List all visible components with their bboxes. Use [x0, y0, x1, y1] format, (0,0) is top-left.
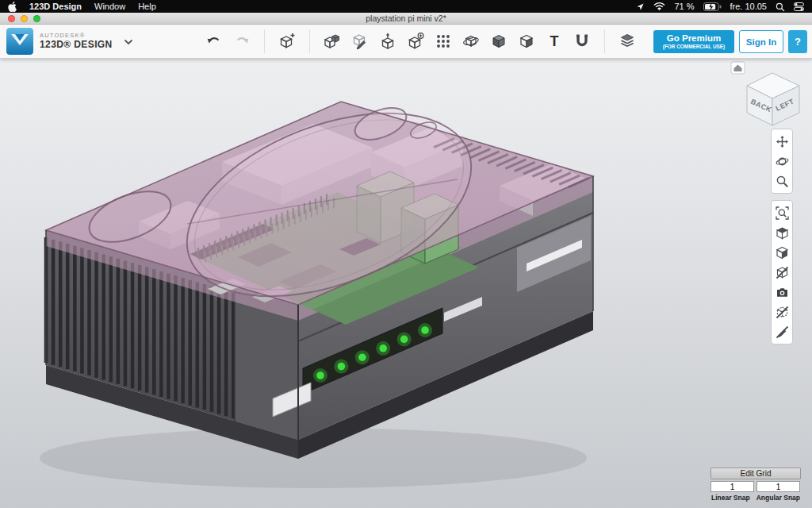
add-primitive-icon — [407, 33, 424, 50]
shaded-view-button[interactable] — [773, 224, 791, 241]
extrude-icon — [379, 33, 396, 50]
angular-snap-input[interactable] — [756, 481, 800, 492]
zoom-window-button[interactable] — [33, 15, 40, 22]
text-icon: T — [546, 33, 563, 50]
app-logo-123d — [6, 28, 33, 55]
materials-view-icon — [776, 246, 789, 260]
outlines-toggle-icon — [776, 306, 789, 319]
apple-menu-icon[interactable] — [8, 1, 17, 12]
tool-extrude[interactable] — [377, 29, 399, 54]
tool-pattern[interactable] — [432, 29, 454, 54]
grid-panel: Edit Grid Linear Snap Angular Snap — [710, 468, 801, 502]
minimize-window-button[interactable] — [21, 15, 28, 22]
hide-mesh-button[interactable] — [773, 264, 791, 281]
toolbar-separator — [264, 29, 265, 53]
sketch-visibility-icon — [776, 325, 789, 339]
brand-123d-design: 123D® DESIGN — [40, 40, 113, 50]
display-group — [771, 200, 793, 344]
window-title: playstation pi mini v2* — [366, 13, 446, 23]
spotlight-icon[interactable] — [776, 1, 785, 11]
tool-magnet[interactable] — [571, 29, 593, 54]
tool-shaded-cube[interactable] — [515, 29, 538, 54]
sign-in-button[interactable]: Sign In — [739, 30, 783, 53]
fit-view-button[interactable] — [773, 204, 791, 221]
3d-viewport[interactable]: BACK LEFT — [0, 59, 812, 508]
macos-menu-bar: 123D Design Window Help 71 % fre. 10.05 — [0, 0, 812, 13]
redo-icon — [234, 34, 250, 48]
app-toolbar: AUTODESK® 123D® DESIGN — [0, 25, 812, 59]
zoom-button[interactable] — [773, 172, 791, 190]
close-window-button[interactable] — [8, 15, 15, 22]
pattern-icon — [435, 33, 452, 50]
undo-icon — [206, 34, 222, 48]
solid-cube-icon — [490, 33, 508, 50]
pan-button[interactable] — [773, 133, 791, 150]
window-title-bar: playstation pi mini v2* — [0, 13, 812, 25]
linear-snap-label: Linear Snap — [711, 494, 750, 502]
tool-grouping[interactable] — [321, 29, 343, 54]
navigate-group — [771, 129, 793, 194]
pan-icon — [776, 135, 789, 148]
view-cube[interactable]: BACK LEFT — [730, 60, 806, 129]
go-premium-subtext: (FOR COMMERCIAL USE) — [653, 44, 734, 49]
battery-percent: 71 % — [674, 2, 694, 11]
tool-add-primitive[interactable] — [404, 29, 427, 54]
tool-strip: T — [203, 29, 638, 54]
sketch-icon — [351, 33, 369, 50]
screenshot-icon — [776, 286, 789, 299]
material-icon — [619, 33, 636, 50]
brand-text: AUTODESK® 123D® DESIGN — [40, 33, 113, 49]
model-playstation-pi-case — [0, 59, 812, 508]
go-premium-label: Go Premium — [667, 33, 721, 43]
linear-snap-input[interactable] — [710, 481, 754, 492]
tool-text[interactable]: T — [543, 29, 565, 54]
tool-primitives[interactable] — [276, 29, 298, 54]
orbit-icon — [776, 155, 789, 168]
shaded-cube-icon — [518, 33, 535, 50]
control-center-icon[interactable] — [794, 2, 804, 12]
materials-view-button[interactable] — [773, 244, 791, 261]
revolve-icon — [462, 33, 480, 50]
sketch-visibility-button[interactable] — [773, 323, 791, 341]
svg-text:T: T — [550, 33, 558, 49]
menu-item-window[interactable]: Window — [94, 2, 125, 11]
fit-view-icon — [776, 206, 789, 220]
angular-snap-label: Angular Snap — [756, 494, 800, 502]
primitives-icon — [278, 33, 296, 50]
toolbar-separator — [309, 29, 310, 53]
wifi-icon[interactable] — [653, 2, 665, 12]
tool-material[interactable] — [616, 29, 638, 54]
tool-undo[interactable] — [203, 29, 225, 54]
menu-item-help[interactable]: Help — [138, 2, 156, 11]
outlines-toggle-button[interactable] — [773, 303, 791, 321]
zoom-icon — [776, 175, 789, 188]
help-button[interactable]: ? — [788, 30, 807, 53]
menu-clock[interactable]: fre. 10.05 — [730, 2, 767, 11]
app-menu-chevron-icon[interactable] — [124, 34, 133, 48]
screenshot-button[interactable] — [773, 283, 791, 301]
orbit-button[interactable] — [773, 152, 791, 170]
go-premium-button[interactable]: Go Premium (FOR COMMERCIAL USE) — [653, 30, 734, 53]
location-icon[interactable] — [636, 2, 645, 12]
tool-solid-cube[interactable] — [488, 29, 510, 54]
magnet-icon — [573, 33, 591, 50]
grouping-icon — [324, 33, 341, 50]
toolbar-separator — [604, 29, 605, 53]
battery-icon[interactable] — [703, 2, 722, 12]
tool-revolve[interactable] — [460, 29, 482, 54]
tool-sketch[interactable] — [349, 29, 371, 54]
edit-grid-button[interactable]: Edit Grid — [710, 468, 801, 479]
menu-item-app[interactable]: 123D Design — [29, 2, 82, 11]
tool-redo[interactable] — [231, 29, 253, 54]
hide-mesh-icon — [776, 266, 789, 279]
view-toolbar — [771, 129, 793, 344]
shaded-view-icon — [776, 226, 789, 240]
